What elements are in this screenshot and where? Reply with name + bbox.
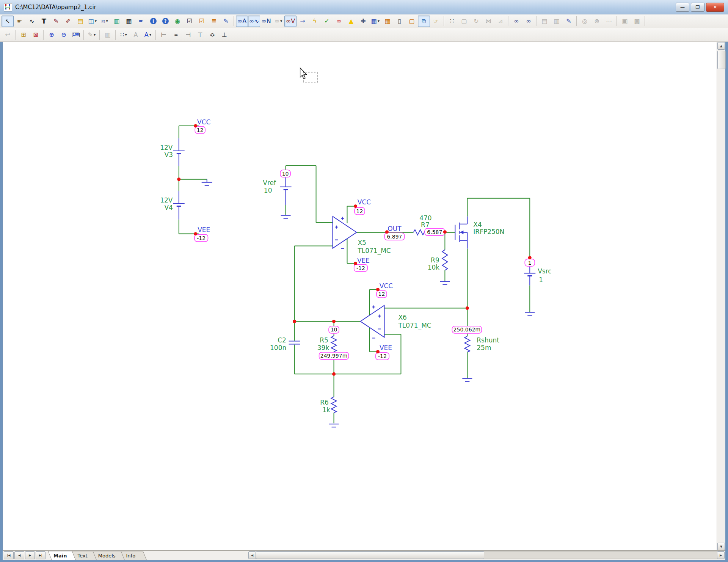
find-in-plot-button[interactable]: ∞ <box>510 16 522 27</box>
revert-button[interactable]: ↩ <box>2 29 14 41</box>
zoom-in-button[interactable]: ⊕ <box>46 29 58 41</box>
scroll-down-button[interactable]: ▼ <box>717 543 725 550</box>
picture-tool-button[interactable]: ▥ <box>111 16 123 27</box>
scroll-up-button[interactable]: ▲ <box>717 42 725 50</box>
bring-to-front-button[interactable]: ▣ <box>619 16 631 27</box>
schematic-drawing[interactable]: VCCVEEVCCVEEOUTVCCVEE12VV312VV4Vref10X5T… <box>3 42 717 551</box>
show-node-numbers-button[interactable]: ∞N <box>260 16 272 27</box>
zoom-out-button[interactable]: ⊖ <box>58 29 70 41</box>
show-grid-button[interactable]: ▦▼ <box>369 16 381 27</box>
shape-tools-dropdown-icon[interactable]: ▼ <box>95 20 97 23</box>
diagonal-wire-mode-button[interactable]: ✐ <box>62 16 74 27</box>
component-symbols <box>173 138 535 427</box>
send-to-back-button[interactable]: ▩ <box>631 16 643 27</box>
show-grid-dropdown-icon[interactable]: ▼ <box>378 20 380 23</box>
font-button[interactable]: A <box>130 29 142 41</box>
align-top-button[interactable]: ⊤ <box>194 29 206 41</box>
spreadsheet-tool-button[interactable]: ▦ <box>123 16 135 27</box>
show-attribute-text-button[interactable]: ∞A <box>236 16 248 27</box>
text-mode-button[interactable]: T <box>38 16 50 27</box>
select-all-handles-button[interactable]: ∷ <box>446 16 458 27</box>
maximize-button[interactable]: ❐ <box>691 3 704 12</box>
font-color-dropdown-icon[interactable]: ▼ <box>149 33 151 36</box>
tab-text[interactable]: Text <box>74 551 94 560</box>
show-page-outline-button[interactable]: ▢ <box>406 16 418 27</box>
flip-horizontal-button[interactable]: ⋈ <box>482 16 494 27</box>
paste-image-button[interactable]: ▥ <box>102 29 114 41</box>
horizontal-scroll-thumb[interactable] <box>256 551 484 559</box>
previous-page-button[interactable]: ◀ <box>14 551 24 559</box>
flag-connector-tools-button[interactable]: ⧈▼ <box>99 16 111 27</box>
show-border-button[interactable]: ▦ <box>381 16 394 27</box>
next-page-button[interactable]: ▶ <box>25 551 35 559</box>
link-tool-button[interactable]: ◉ <box>171 16 184 27</box>
annotation-pen-button[interactable]: ✒ <box>135 16 147 27</box>
shape-tools-button[interactable]: ◫▼ <box>86 16 99 27</box>
stop-button[interactable]: ⊗ <box>591 16 603 27</box>
tab-models[interactable]: Models <box>94 551 122 560</box>
flip-vertical-button[interactable]: ⊿ <box>494 16 507 27</box>
font-color-button[interactable]: A▼ <box>142 29 154 41</box>
minimize-button[interactable]: — <box>676 3 689 12</box>
last-page-button[interactable]: ▶| <box>36 551 46 559</box>
scroll-right-button[interactable]: ▶ <box>717 551 725 559</box>
show-conditions-button[interactable]: ✓ <box>321 16 333 27</box>
align-center-button[interactable]: ≍ <box>170 29 182 41</box>
page-edit-tool-button[interactable]: ✎ <box>220 16 232 27</box>
show-node-voltages-button[interactable]: ∞V <box>284 16 297 27</box>
align-left-button[interactable]: ⊢ <box>158 29 170 41</box>
rotate-button[interactable]: ↻ <box>470 16 482 27</box>
clipboard-page-button[interactable]: ▤ <box>538 16 551 27</box>
zoom-100-button[interactable]: 100 <box>70 29 82 41</box>
notes-tool-button[interactable]: ≣ <box>208 16 220 27</box>
show-probe-values-dropdown-icon[interactable]: ▼ <box>280 20 282 23</box>
align-right-button[interactable]: ⊣ <box>182 29 194 41</box>
more-options-button[interactable]: ⋯ <box>603 16 615 27</box>
schematic-canvas[interactable]: VCCVEEVCCVEEOUTVCCVEE12VV312VV4Vref10X5T… <box>3 42 717 551</box>
select-mode-button[interactable]: ↖ <box>2 16 14 27</box>
align-middle-button[interactable]: ≎ <box>206 29 218 41</box>
draw-tools-button[interactable]: ✎▼ <box>86 29 98 41</box>
find-button[interactable]: ∞ <box>522 16 535 27</box>
show-currents-button[interactable]: → <box>297 16 309 27</box>
show-pin-connections-button[interactable]: ∞ <box>333 16 345 27</box>
page-link-mode-button[interactable]: ⧉ <box>418 16 430 27</box>
region-enable-toggle-button[interactable]: ☑ <box>196 16 208 27</box>
tab-info[interactable]: Info <box>122 551 143 560</box>
close-button[interactable]: ✕ <box>706 3 724 12</box>
vertical-scrollbar[interactable]: ▲ ▼ <box>717 42 725 551</box>
show-warnings-button[interactable]: ▲ <box>345 16 357 27</box>
info-tool-button[interactable]: i <box>147 16 159 27</box>
vertical-scroll-thumb[interactable] <box>717 51 726 69</box>
copy-page-button[interactable]: ▥ <box>551 16 563 27</box>
show-power-button[interactable]: ϟ <box>309 16 321 27</box>
step-down-button[interactable]: ◎ <box>579 16 591 27</box>
horizontal-scroll-track[interactable] <box>484 551 717 559</box>
line-mode-button[interactable]: ✎ <box>50 16 62 27</box>
show-probe-values-button[interactable]: ∞▼ <box>272 16 284 27</box>
component-search-button[interactable]: ▤ <box>74 16 86 27</box>
draw-tools-dropdown-icon[interactable]: ▼ <box>94 33 96 36</box>
align-bottom-button[interactable]: ⊥ <box>218 29 231 41</box>
help-mode-button[interactable]: ? <box>159 16 171 27</box>
titlebar[interactable]: C:\MC12\DATA\opamp2_1.cir —❐✕ <box>0 0 728 14</box>
show-attribute-values-button[interactable]: ∞∿ <box>248 16 260 27</box>
enable-toggle-button[interactable]: ☑ <box>184 16 196 27</box>
show-title-block-button[interactable]: ▯ <box>394 16 406 27</box>
delete-page-button[interactable]: ⊠ <box>30 29 42 41</box>
horizontal-scrollbar[interactable]: ◀ ▶ <box>248 551 725 559</box>
edit-document-button[interactable]: ✎ <box>563 16 575 27</box>
tab-main[interactable]: Main <box>50 551 74 560</box>
show-cross-hair-button[interactable]: ✚ <box>357 16 369 27</box>
pan-mode-button[interactable]: ☛ <box>14 16 26 27</box>
scroll-left-button[interactable]: ◀ <box>248 551 256 559</box>
first-page-button[interactable]: |◀ <box>4 551 14 559</box>
page-tabs: MainTextModelsInfo <box>50 551 142 560</box>
grid-snap-button[interactable]: ∷▼ <box>118 29 130 41</box>
wire-mode-button[interactable]: ∿ <box>26 16 38 27</box>
region-box-button[interactable]: ▢ <box>458 16 470 27</box>
add-page-button[interactable]: ⊞ <box>17 29 30 41</box>
grid-snap-dropdown-icon[interactable]: ▼ <box>125 33 127 36</box>
flag-connector-tools-dropdown-icon[interactable]: ▼ <box>106 20 108 23</box>
attribute-dialog-button[interactable]: ☞ <box>430 16 442 27</box>
